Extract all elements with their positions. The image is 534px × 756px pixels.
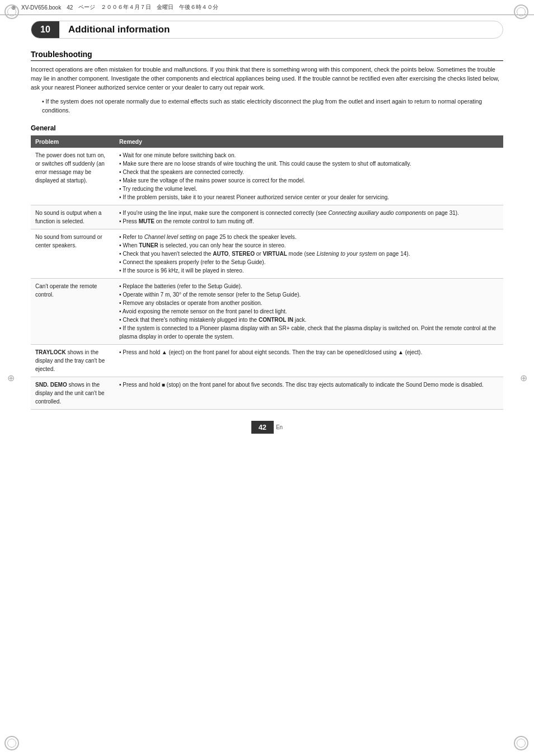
remedy-cell: • Refer to Channel level setting on page… xyxy=(115,229,503,278)
remedy-cell: • Press and hold ▲ (eject) on the front … xyxy=(115,344,503,377)
page-footer: 42 En xyxy=(0,421,534,445)
header-day: 金曜日 xyxy=(157,3,174,11)
section-title: Troubleshooting xyxy=(31,50,503,61)
file-header: ⊕ XV-DV656.book 42 ページ ２００６年４月７日 金曜日 午後６… xyxy=(0,0,534,15)
header-page: 42 xyxy=(67,4,73,11)
deco-corner-tr xyxy=(514,4,530,20)
bullet-static-electricity: If the system does not operate normally … xyxy=(31,97,503,115)
chapter-title: Additional information xyxy=(59,24,170,35)
header-unit: ページ xyxy=(78,3,95,11)
table-row: No sound from surround or center speaker… xyxy=(31,229,503,278)
table-row: Can't operate the remote control.• Repla… xyxy=(31,278,503,344)
troubleshooting-table: Problem Remedy The power does not turn o… xyxy=(31,135,503,410)
col-remedy: Remedy xyxy=(115,135,503,148)
problem-cell: TRAYLOCK shows in the display and the tr… xyxy=(31,344,115,377)
table-header-row: Problem Remedy xyxy=(31,135,503,148)
side-reg-left xyxy=(6,373,16,383)
table-row: The power does not turn on, or switches … xyxy=(31,148,503,205)
header-date: ２００６年４月７日 xyxy=(101,3,151,11)
page-lang: En xyxy=(276,424,283,430)
deco-corner-tl xyxy=(4,4,20,20)
header-time: 午後６時４０分 xyxy=(179,3,218,11)
subsection-general: General xyxy=(31,124,503,132)
problem-cell: No sound is output when a function is se… xyxy=(31,205,115,229)
table-row: TRAYLOCK shows in the display and the tr… xyxy=(31,344,503,377)
remedy-cell: • Press and hold ■ (stop) on the front p… xyxy=(115,377,503,409)
page-content: 10 Additional information Troubleshootin… xyxy=(31,15,503,410)
remedy-cell: • Replace the batteries (refer to the Se… xyxy=(115,278,503,344)
chapter-header: 10 Additional information xyxy=(31,21,503,39)
page-number: 42 xyxy=(251,421,274,434)
problem-cell: Can't operate the remote control. xyxy=(31,278,115,344)
deco-corner-bl xyxy=(4,736,20,752)
problem-cell: The power does not turn on, or switches … xyxy=(31,148,115,205)
col-problem: Problem xyxy=(31,135,115,148)
problem-cell: No sound from surround or center speaker… xyxy=(31,229,115,278)
problem-cell: SND. DEMO shows in the display and the u… xyxy=(31,377,115,409)
table-row: SND. DEMO shows in the display and the u… xyxy=(31,377,503,409)
remedy-cell: • If you're using the line input, make s… xyxy=(115,205,503,229)
deco-corner-br xyxy=(514,736,530,752)
remedy-cell: • Wait for one minute before switching b… xyxy=(115,148,503,205)
header-filename: XV-DV656.book xyxy=(21,4,61,11)
side-reg-right xyxy=(518,373,528,383)
chapter-number: 10 xyxy=(31,21,59,38)
table-row: No sound is output when a function is se… xyxy=(31,205,503,229)
intro-paragraph: Incorrect operations are often mistaken … xyxy=(31,65,503,92)
